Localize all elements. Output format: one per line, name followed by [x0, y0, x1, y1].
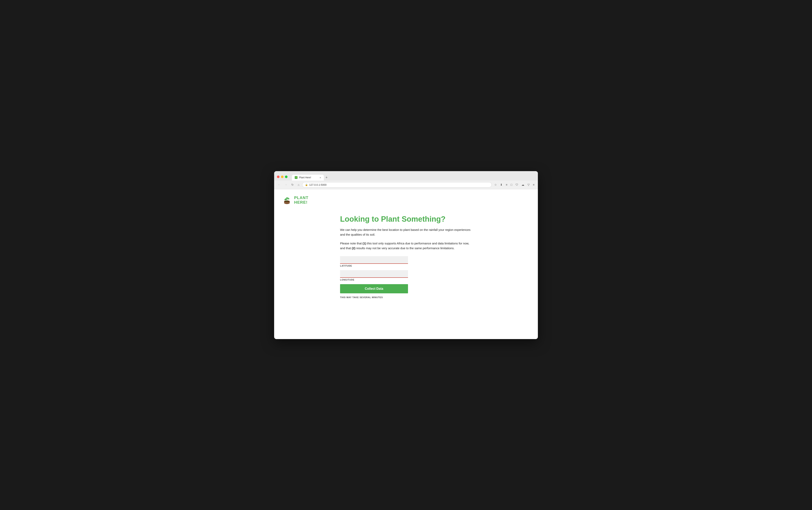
longitude-form-group: LONGITUDE — [340, 270, 472, 281]
page-note: Please note that (1) this tool only supp… — [340, 241, 472, 250]
back-icon: ← — [278, 183, 281, 186]
reload-button[interactable]: ↻ — [290, 182, 295, 187]
latitude-label: LATITUDE — [340, 265, 472, 267]
bookmark-button[interactable]: ☆ — [493, 182, 498, 187]
latitude-input[interactable] — [340, 256, 408, 264]
container-button[interactable]: □ — [510, 182, 513, 187]
browser-chrome: 🌱 Plant Here! × + ← → ↻ ⌂ 🔒 127 — [274, 171, 538, 189]
new-tab-button[interactable]: + — [324, 175, 329, 181]
toolbar-actions: ☆ ⬇ ≡ □ 🛡 ☁ ▽ ≡ — [493, 182, 535, 187]
window-controls — [277, 176, 288, 178]
forward-icon: → — [285, 183, 287, 186]
longitude-label: LONGITUDE — [340, 278, 472, 281]
browser-window: 🌱 Plant Here! × + ← → ↻ ⌂ 🔒 127 — [274, 171, 538, 339]
tab-favicon: 🌱 — [295, 176, 297, 179]
tab-close-button[interactable]: × — [319, 176, 321, 179]
menu-button[interactable]: ≡ — [532, 182, 535, 187]
url-text: 127.0.0.1:5000 — [309, 183, 326, 186]
browser-titlebar: 🌱 Plant Here! × + — [274, 171, 538, 181]
svg-point-7 — [286, 197, 288, 199]
note-prefix: Please note that — [340, 242, 362, 245]
longitude-input[interactable] — [340, 270, 408, 278]
latitude-form-group: LATITUDE — [340, 256, 472, 267]
minimize-window-button[interactable] — [281, 176, 284, 178]
close-window-button[interactable] — [277, 176, 280, 178]
address-bar[interactable]: 🔒 127.0.0.1:5000 — [302, 182, 492, 187]
home-button[interactable]: ⌂ — [296, 182, 300, 187]
download-button[interactable]: ⬇ — [499, 182, 503, 187]
collect-data-button[interactable]: Collect Data — [340, 284, 408, 293]
reload-icon: ↻ — [291, 183, 294, 186]
sync-button[interactable]: ☁ — [521, 182, 525, 187]
note-bold2: (2) — [352, 246, 355, 250]
logo-icon — [282, 195, 292, 205]
page-description: We can help you determine the best locat… — [340, 228, 472, 237]
home-icon: ⌂ — [298, 183, 299, 186]
browser-tabs: 🌱 Plant Here! × + — [289, 175, 332, 181]
active-tab[interactable]: 🌱 Plant Here! × — [292, 175, 324, 181]
note-suffix: results may not be very accurate due to … — [355, 246, 455, 250]
note-bold1: (1) — [362, 242, 366, 245]
back-button[interactable]: ← — [277, 182, 282, 187]
filter-button[interactable]: ▽ — [526, 182, 531, 187]
reader-view-button[interactable]: ≡ — [505, 182, 508, 187]
shield-button[interactable]: 🛡 — [515, 182, 519, 187]
form-notice: THIS MAY TAKE SEVERAL MINUTES — [340, 296, 383, 299]
main-content: Looking to Plant Something? We can help … — [340, 215, 472, 299]
page-content: PLANT HERE! Looking to Plant Something? … — [274, 189, 538, 339]
forward-button[interactable]: → — [283, 182, 289, 187]
page-heading: Looking to Plant Something? — [340, 215, 472, 223]
site-header: PLANT HERE! — [282, 195, 530, 205]
logo-text: PLANT HERE! — [294, 196, 309, 205]
maximize-window-button[interactable] — [285, 176, 288, 178]
tab-title: Plant Here! — [299, 176, 311, 179]
browser-toolbar: ← → ↻ ⌂ 🔒 127.0.0.1:5000 ☆ ⬇ ≡ □ 🛡 ☁ — [274, 181, 538, 189]
security-icon: 🔒 — [305, 183, 308, 186]
